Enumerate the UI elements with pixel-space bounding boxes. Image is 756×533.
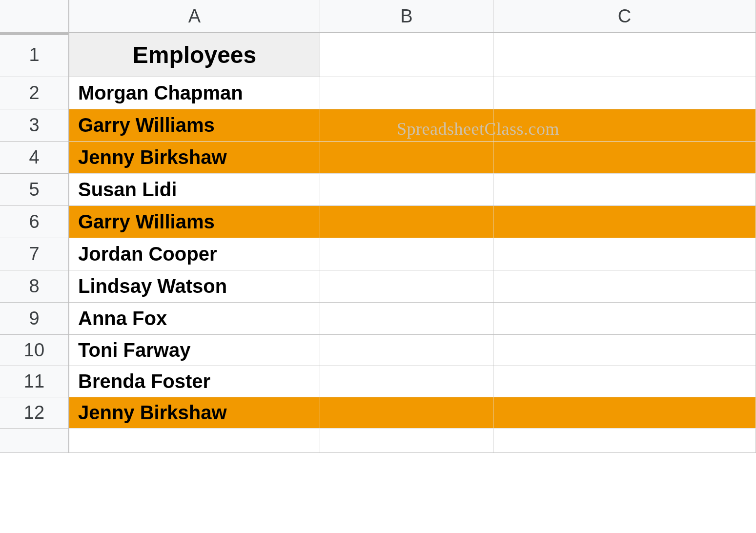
- row-header-9[interactable]: 9: [0, 303, 69, 335]
- cell-a12[interactable]: Jenny Birkshaw: [69, 397, 320, 429]
- column-header-c[interactable]: C: [493, 0, 756, 33]
- cell-c12[interactable]: [493, 397, 756, 429]
- column-header-a[interactable]: A: [69, 0, 320, 33]
- cell-a4[interactable]: Jenny Birkshaw: [69, 142, 320, 174]
- cell-c1[interactable]: [493, 33, 756, 77]
- select-all-corner[interactable]: [0, 0, 69, 33]
- cell-c6[interactable]: [493, 206, 756, 238]
- cell-b3[interactable]: [320, 109, 493, 142]
- row-header-6[interactable]: 6: [0, 206, 69, 238]
- cell-a11[interactable]: Brenda Foster: [69, 366, 320, 397]
- cell-c7[interactable]: [493, 238, 756, 270]
- row-header-10[interactable]: 10: [0, 335, 69, 366]
- cell-b9[interactable]: [320, 303, 493, 335]
- cell-b1[interactable]: [320, 33, 493, 77]
- cell-b10[interactable]: [320, 335, 493, 366]
- cell-a10[interactable]: Toni Farway: [69, 335, 320, 366]
- cell-b13[interactable]: [320, 429, 493, 453]
- row-header-8[interactable]: 8: [0, 270, 69, 303]
- column-header-b[interactable]: B: [320, 0, 493, 33]
- spreadsheet-grid: A B C 1 Employees 2 Morgan Chapman 3 Gar…: [0, 0, 756, 453]
- cell-b8[interactable]: [320, 270, 493, 303]
- cell-c3[interactable]: [493, 109, 756, 142]
- cell-a3[interactable]: Garry Williams: [69, 109, 320, 142]
- row-header-11[interactable]: 11: [0, 366, 69, 397]
- cell-c11[interactable]: [493, 366, 756, 397]
- row-header-7[interactable]: 7: [0, 238, 69, 270]
- cell-b6[interactable]: [320, 206, 493, 238]
- cell-a8[interactable]: Lindsay Watson: [69, 270, 320, 303]
- cell-b11[interactable]: [320, 366, 493, 397]
- cell-a13[interactable]: [69, 429, 320, 453]
- cell-b2[interactable]: [320, 77, 493, 109]
- row-header-5[interactable]: 5: [0, 174, 69, 206]
- cell-a5[interactable]: Susan Lidi: [69, 174, 320, 206]
- cell-b5[interactable]: [320, 174, 493, 206]
- cell-c4[interactable]: [493, 142, 756, 174]
- cell-a2[interactable]: Morgan Chapman: [69, 77, 320, 109]
- row-header-12[interactable]: 12: [0, 397, 69, 429]
- row-header-4[interactable]: 4: [0, 142, 69, 174]
- cell-c5[interactable]: [493, 174, 756, 206]
- row-header-2[interactable]: 2: [0, 77, 69, 109]
- cell-a6[interactable]: Garry Williams: [69, 206, 320, 238]
- cell-c9[interactable]: [493, 303, 756, 335]
- cell-b4[interactable]: [320, 142, 493, 174]
- cell-c13[interactable]: [493, 429, 756, 453]
- row-header-1[interactable]: 1: [0, 33, 69, 77]
- cell-b12[interactable]: [320, 397, 493, 429]
- cell-a9[interactable]: Anna Fox: [69, 303, 320, 335]
- cell-c2[interactable]: [493, 77, 756, 109]
- cell-a1-header[interactable]: Employees: [69, 33, 320, 77]
- cell-a7[interactable]: Jordan Cooper: [69, 238, 320, 270]
- cell-c8[interactable]: [493, 270, 756, 303]
- row-header-3[interactable]: 3: [0, 109, 69, 142]
- cell-c10[interactable]: [493, 335, 756, 366]
- cell-b7[interactable]: [320, 238, 493, 270]
- row-header-13[interactable]: [0, 429, 69, 453]
